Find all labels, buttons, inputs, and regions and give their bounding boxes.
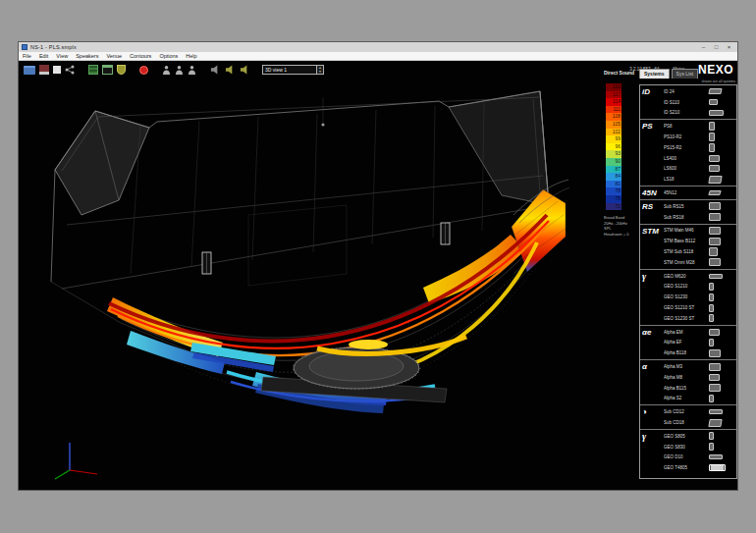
system-row[interactable]: Sub CD18 <box>640 417 736 428</box>
system-row[interactable]: GEO S1210 ST <box>640 302 736 313</box>
brand-logo-α: α <box>642 362 662 371</box>
menu-item-contours[interactable]: Contours <box>130 53 151 59</box>
speaker-thumbnail-icon <box>709 258 721 266</box>
speaker-thumbnail-icon <box>709 155 720 162</box>
system-label: GEO S1210 <box>664 284 707 289</box>
system-row[interactable]: GEO S1230 ST <box>640 313 736 324</box>
system-row[interactable]: PS10-R2 <box>640 132 736 142</box>
speaker-thumbnail-icon <box>709 202 721 210</box>
shield-icon[interactable] <box>117 65 126 76</box>
system-row[interactable]: PS15-R2 <box>640 142 736 153</box>
speaker-thumbnail-icon <box>709 304 714 312</box>
speaker-mute-icon[interactable] <box>210 65 221 76</box>
menu-item-view[interactable]: View <box>56 53 68 59</box>
window-title: NS-1 - PLS.smplx <box>30 44 77 50</box>
legend-block-96: 96 <box>606 143 621 151</box>
system-row[interactable]: GEO S1210 <box>640 282 736 293</box>
spl-legend: Direct Sound 120117114111108105102999693… <box>604 70 637 237</box>
legend-block-105: 105 <box>606 121 621 129</box>
maximize-button[interactable]: □ <box>710 42 723 52</box>
speaker-thumbnail-icon <box>709 143 715 152</box>
speaker-thumbnail-icon <box>709 432 714 440</box>
venue-window-icon[interactable] <box>102 65 113 76</box>
system-row[interactable]: Sub RS18 <box>640 212 736 223</box>
system-label: STM Sub S118 <box>664 249 707 254</box>
system-row[interactable]: LS18 <box>640 174 736 185</box>
menu-item-help[interactable]: Help <box>186 53 196 59</box>
view-selector[interactable]: 3D view 1 <box>262 65 317 75</box>
system-row[interactable]: ID S210 <box>640 108 736 119</box>
legend-block-93: 93 <box>606 150 621 158</box>
brand-logo-STM: STM <box>642 227 662 236</box>
speaker-thumbnail-icon <box>709 165 720 172</box>
system-label: Sub RS15 <box>664 204 707 209</box>
legend-scale: 1201171141111081051029996939087848178757… <box>606 83 621 210</box>
speaker-icon-2[interactable] <box>240 65 250 76</box>
grid-icon[interactable] <box>88 65 98 76</box>
speaker-icon-1[interactable] <box>225 65 236 76</box>
system-group: RSSub RS15Sub RS18 <box>640 199 736 224</box>
speaker-thumbnail-icon <box>708 88 722 94</box>
brand-logo-RS: RS <box>642 202 662 211</box>
speaker-thumbnail-icon <box>709 110 724 116</box>
legend-footer-line: Headroom + 0 <box>604 232 637 238</box>
system-row[interactable]: Alpha B118 <box>640 347 736 358</box>
menu-item-options[interactable]: Options <box>159 53 178 59</box>
system-label: Alpha M3 <box>664 364 707 369</box>
title-bar[interactable]: NS-1 - PLS.smplx – □ × <box>19 42 737 52</box>
menu-item-file[interactable]: File <box>23 53 31 59</box>
system-row[interactable]: LS600 <box>640 164 736 175</box>
system-row[interactable]: GEO D10 <box>640 453 736 463</box>
tab-sys-list[interactable]: Sys List <box>672 69 699 79</box>
system-row[interactable]: ID S110 <box>640 97 736 108</box>
legend-block-120: 120 <box>606 83 621 91</box>
system-row[interactable]: Alpha M8 <box>640 372 736 383</box>
system-group: PSPS8PS10-R2PS15-R2LS400LS600LS18 <box>640 119 736 186</box>
speaker-thumbnail-icon <box>709 454 723 459</box>
menu-item-edit[interactable]: Edit <box>39 53 48 59</box>
system-row[interactable]: STM Omni M28 <box>640 257 736 268</box>
stop-icon[interactable] <box>53 65 61 76</box>
system-row[interactable]: LS400 <box>640 153 736 164</box>
system-row[interactable]: Alpha S2 <box>640 394 736 404</box>
speaker-thumbnail-icon <box>708 190 722 195</box>
menu-item-speakers[interactable]: Speakers <box>76 53 98 59</box>
legend-footer: Broad Band20Hz...20kHzSPLHeadroom + 0 <box>604 215 637 237</box>
3d-viewport[interactable] <box>23 78 602 482</box>
record-icon[interactable] <box>139 65 148 76</box>
tab-systems[interactable]: Systems <box>639 69 670 79</box>
system-row[interactable]: GEO T4805 <box>640 462 736 473</box>
listener-icon-1[interactable] <box>162 65 171 76</box>
speaker-thumbnail-icon <box>709 227 721 235</box>
app-window: NS-1 - PLS.smplx – □ × FileEditViewSpeak… <box>18 41 738 491</box>
save-icon[interactable] <box>39 65 49 76</box>
system-row[interactable]: GEO S830 <box>640 442 736 453</box>
speaker-thumbnail-icon <box>709 384 721 392</box>
system-row[interactable]: Alpha EF <box>640 338 736 348</box>
system-label: LS18 <box>664 177 707 182</box>
toolbar: 3D view 1▲▼ <box>24 62 324 78</box>
system-row[interactable]: STM Sub S118 <box>640 246 736 257</box>
system-row[interactable]: GEO S1230 <box>640 292 736 302</box>
open-folder-icon[interactable] <box>24 65 35 76</box>
speaker-thumbnail-icon <box>709 314 714 322</box>
system-row[interactable]: STM Bass B112 <box>640 236 736 246</box>
listener-icon-3[interactable] <box>188 65 196 76</box>
minimize-button[interactable]: – <box>697 42 710 52</box>
system-row[interactable]: Alpha B115 <box>640 383 736 394</box>
system-label: ID 24 <box>664 89 707 94</box>
system-label: LS400 <box>664 156 707 161</box>
axis-tripod <box>55 443 97 479</box>
brand-logo-γ: γ <box>642 432 662 441</box>
brand-logo-45N: 45N <box>642 188 662 197</box>
share-icon[interactable] <box>65 65 75 76</box>
speaker-thumbnail-icon <box>709 213 721 221</box>
brand-logo-αe: αe <box>642 328 662 337</box>
system-label: ID S110 <box>664 100 707 105</box>
listener-icon-2[interactable] <box>175 65 184 76</box>
legend-block-72: 72 <box>606 203 621 211</box>
view-selector-spinner[interactable]: ▲▼ <box>317 65 324 75</box>
system-label: STM Omni M28 <box>664 260 707 265</box>
menu-item-venue[interactable]: Venue <box>106 53 122 59</box>
close-button[interactable]: × <box>723 42 735 52</box>
